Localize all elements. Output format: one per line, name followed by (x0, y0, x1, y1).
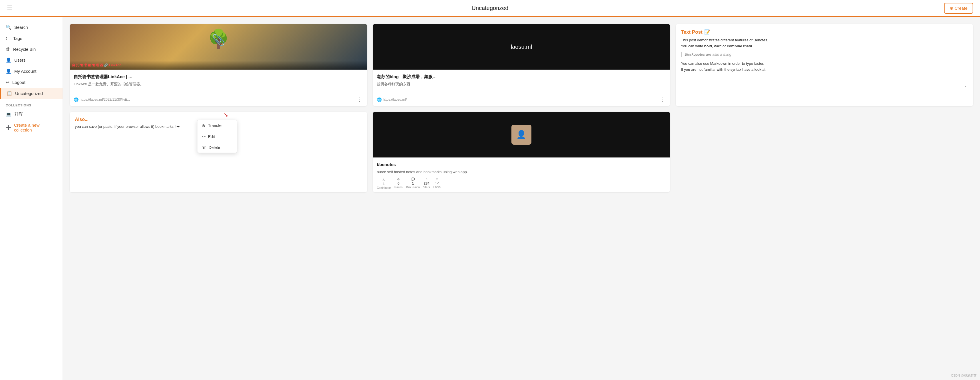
card-link: 🌐 https://laosu.ml/2022/11/30/%E... (74, 97, 130, 102)
stat-icon: ⊙ (397, 177, 400, 181)
card-title: 自托管书签管理器LinkAce | … (74, 74, 363, 79)
stat-icon: ☆ (425, 177, 428, 181)
card-text-post: Text Post 📝 This post demonstrates diffe… (676, 24, 973, 106)
sidebar-item-tags[interactable]: 🏷 Tags (0, 33, 62, 44)
card-footer: 🌐 https://laosu.ml/ ⋮ (373, 94, 670, 106)
cards-grid: 🌳 自 托 管 书 签 管 理 器 🔗 LinkAce 📎 自托管书签管理器Li… (70, 24, 973, 192)
sidebar-item-label: Logout (12, 80, 25, 85)
context-menu-edit[interactable]: ✏ Edit (197, 131, 237, 142)
stat-contributor: 人 1 Contributor (377, 177, 391, 189)
sidebar-item-label: Uncategorized (15, 91, 43, 96)
context-menu-edit-label: Edit (208, 135, 215, 139)
pencil-icon: 📝 (704, 29, 710, 35)
sidebar-item-uncategorized[interactable]: 📋 Uncategorized (0, 88, 62, 99)
sidebar-item-label: Recycle Bin (13, 47, 36, 52)
watermark: CSDN @杨浦老苏 (951, 374, 977, 378)
page-title: Uncategorized (472, 5, 509, 11)
collections-section-label: COLLECTIONS (0, 99, 62, 109)
sidebar-item-label: Search (14, 25, 28, 30)
delete-icon: 🗑 (202, 145, 206, 150)
card-footer: ⋮ (676, 79, 973, 91)
context-menu: ≋ Transfer ✏ Edit 🗑 Delete (197, 120, 237, 153)
card-body: Text Post 📝 This post demonstrates diffe… (676, 24, 973, 78)
dropdown-arrow-indicator: ↘ (223, 111, 228, 118)
recycle-bin-icon: 🗑 (6, 46, 10, 52)
users-icon: 👤 (6, 57, 11, 63)
main-layout: 🔍 Search 🏷 Tags 🗑 Recycle Bin 👤 Users 👤 … (0, 17, 980, 380)
uncategorized-icon: 📋 (6, 91, 12, 96)
collection-icon: 💻 (6, 112, 11, 117)
context-menu-transfer[interactable]: ≋ Transfer (197, 120, 237, 131)
card-url: https://laosu.ml/ (383, 98, 407, 101)
card-title: 老苏的blog - 聚沙成塔，集腋… (377, 74, 666, 79)
collection-item-label: 群晖 (14, 112, 23, 117)
hamburger-button[interactable]: ☰ (7, 5, 13, 12)
stat-icon: 人 (382, 177, 385, 182)
main-content: 🌳 自 托 管 书 签 管 理 器 🔗 LinkAce 📎 自托管书签管理器Li… (63, 17, 980, 380)
card-thumbnail: laosu.ml (373, 24, 670, 70)
card-desc: ource self hosted notes and bookmarks un… (377, 169, 666, 175)
github-stats: 人 1 Contributor ⊙ 0 Issues 💬 1 Disc (377, 177, 666, 189)
card-linkace: 🌳 自 托 管 书 签 管 理 器 🔗 LinkAce 📎 自托管书签管理器Li… (70, 24, 367, 106)
card-more-button[interactable]: ⋮ (962, 81, 969, 89)
card-desc: LinkAce 是一款免费、开源的书签管理器。 (74, 81, 363, 87)
sidebar-item-search[interactable]: 🔍 Search (0, 22, 62, 33)
tags-icon: 🏷 (6, 36, 10, 41)
stat-issues: ⊙ 0 Issues (394, 177, 402, 189)
card-more-button[interactable]: ⋮ (659, 96, 666, 103)
link-icon: 🌐 (74, 97, 79, 102)
app-header: ☰ Uncategorized ⊕ Create (0, 0, 980, 17)
sidebar-item-users[interactable]: 👤 Users (0, 54, 62, 66)
card-footer: 🌐 https://laosu.ml/2022/11/30/%E... ⋮ (70, 94, 367, 106)
avatar-image: 👤 (516, 130, 526, 139)
card-body: 老苏的blog - 聚沙成塔，集腋… 折腾各种好玩的东西 (373, 70, 670, 93)
sidebar-item-logout[interactable]: ↩ Logout (0, 77, 62, 88)
text-post-body: This post demonstrates different feature… (681, 37, 968, 73)
logout-icon: ↩ (6, 79, 10, 85)
blockquote: Blockquotes are also a thing (681, 52, 968, 58)
avatar: 👤 (511, 125, 531, 145)
create-collection-icon: ➕ (6, 125, 11, 130)
card-link: 🌐 https://laosu.ml/ (377, 97, 407, 102)
card-url: https://laosu.ml/2022/11/30/%E... (80, 98, 130, 101)
stat-icon: 💬 (411, 177, 415, 181)
card-more-button[interactable]: ⋮ (356, 96, 363, 103)
card-github: 👤 t/benotes ource self hosted notes and … (373, 112, 670, 193)
stat-forks: ⑂ 17 Forks (433, 177, 441, 189)
sidebar-collection-qunhui[interactable]: 💻 群晖 (0, 109, 62, 120)
search-icon: 🔍 (6, 25, 11, 30)
context-menu-delete[interactable]: 🗑 Delete (197, 142, 237, 153)
card-thumbnail: 🌳 自 托 管 书 签 管 理 器 🔗 LinkAce 📎 (70, 24, 367, 70)
card-title: t/benotes (377, 162, 666, 168)
create-collection-label: Create a new collection (14, 123, 57, 132)
context-menu-transfer-label: Transfer (208, 123, 223, 128)
transfer-icon: ≋ (202, 123, 206, 128)
sidebar-item-label: Tags (13, 36, 22, 41)
card-body: t/benotes ource self hosted notes and bo… (373, 157, 670, 193)
context-menu-delete-label: Delete (208, 145, 220, 150)
sidebar-item-recycle-bin[interactable]: 🗑 Recycle Bin (0, 44, 62, 54)
sidebar-item-label: My Account (14, 69, 37, 74)
card-body: 自托管书签管理器LinkAce | … LinkAce 是一款免费、开源的书签管… (70, 70, 367, 93)
account-icon: 👤 (6, 68, 11, 74)
stat-stars: ☆ 234 Stars (423, 177, 430, 189)
link-icon: 🌐 (377, 97, 382, 102)
stat-discussion: 💬 1 Discussion (406, 177, 420, 189)
text-post-title-text: Text Post (681, 29, 702, 35)
create-button[interactable]: ⊕ Create (944, 3, 973, 14)
card-desc: 折腾各种好玩的东西 (377, 81, 666, 87)
card-laosu: laosu.ml 老苏的blog - 聚沙成塔，集腋… 折腾各种好玩的东西 🌐 … (373, 24, 670, 106)
edit-icon: ✏ (202, 134, 206, 139)
card-thumbnail: 👤 (373, 112, 670, 157)
sidebar-item-my-account[interactable]: 👤 My Account (0, 66, 62, 77)
sidebar-item-label: Users (14, 58, 25, 62)
card-domain: laosu.ml (511, 44, 532, 50)
sidebar: 🔍 Search 🏷 Tags 🗑 Recycle Bin 👤 Users 👤 … (0, 17, 63, 380)
create-collection-button[interactable]: ➕ Create a new collection (0, 120, 62, 135)
stat-icon: ⑂ (436, 177, 438, 181)
card-title: Text Post 📝 (681, 29, 968, 35)
